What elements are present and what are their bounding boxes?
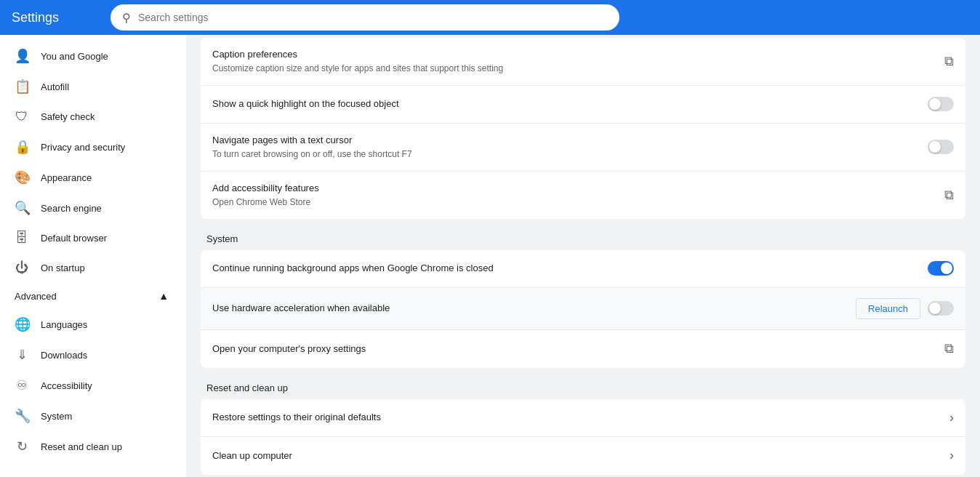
quick-highlight-right <box>928 97 954 111</box>
text-cursor-thumb <box>929 141 941 153</box>
search-input[interactable] <box>138 12 608 23</box>
system-icon: 🔧 <box>15 408 29 424</box>
text-cursor-title: Navigate pages with a text cursor <box>212 134 916 147</box>
accessibility-card: Caption preferences Customize caption si… <box>201 38 965 219</box>
accessibility-icon: ♾ <box>15 377 29 393</box>
add-accessibility-right: ⧉ <box>944 188 954 203</box>
sidebar-label-downloads: Downloads <box>41 350 87 361</box>
sidebar-label-on-startup: On startup <box>41 262 85 273</box>
quick-highlight-toggle[interactable] <box>928 97 954 111</box>
caption-preferences-title: Caption preferences <box>212 48 933 61</box>
sidebar-label-languages: Languages <box>41 319 87 330</box>
background-apps-thumb <box>941 262 952 274</box>
sidebar-item-privacy-security[interactable]: 🔒 Privacy and security <box>0 132 180 162</box>
sidebar-item-downloads[interactable]: ⇓ Downloads <box>0 340 180 370</box>
palette-icon: 🎨 <box>15 169 29 185</box>
proxy-settings-left: Open your computer's proxy settings <box>212 342 933 356</box>
caption-preferences-item[interactable]: Caption preferences Customize caption si… <box>201 38 965 86</box>
hardware-acceleration-toggle[interactable] <box>928 301 954 316</box>
proxy-settings-right: ⧉ <box>944 341 954 356</box>
main-content: Caption preferences Customize caption si… <box>186 35 980 477</box>
sidebar-label-autofill: Autofill <box>41 81 69 92</box>
text-cursor-item: Navigate pages with a text cursor To tur… <box>201 124 965 172</box>
download-icon: ⇓ <box>15 347 29 363</box>
external-link-icon-3: ⧉ <box>944 341 954 356</box>
person-icon: 👤 <box>15 48 29 64</box>
reset-icon: ↻ <box>15 438 29 454</box>
restore-defaults-title: Restore settings to their original defau… <box>212 411 938 424</box>
layout: 👤 You and Google 📋 Autofill 🛡 Safety che… <box>0 35 980 477</box>
hardware-acceleration-left: Use hardware acceleration when available <box>212 302 844 315</box>
sidebar-item-appearance[interactable]: 🎨 Appearance <box>0 162 180 193</box>
sidebar-label-safety-check: Safety check <box>41 111 95 122</box>
background-apps-toggle[interactable] <box>928 261 954 276</box>
arrow-right-icon: › <box>949 410 954 425</box>
app-title: Settings <box>12 10 99 25</box>
caption-preferences-left: Caption preferences Customize caption si… <box>212 48 933 75</box>
hardware-acceleration-thumb <box>929 302 941 314</box>
clean-up-computer-title: Clean up computer <box>212 449 938 462</box>
sidebar-item-search-engine[interactable]: 🔍 Search engine <box>0 193 180 223</box>
sidebar-item-safety-check[interactable]: 🛡 Safety check <box>0 102 180 132</box>
add-accessibility-title: Add accessibility features <box>212 182 933 195</box>
quick-highlight-item: Show a quick highlight on the focused ob… <box>201 86 965 124</box>
globe-icon: 🌐 <box>15 316 29 332</box>
sidebar-item-you-and-google[interactable]: 👤 You and Google <box>0 41 180 71</box>
sidebar-item-default-browser[interactable]: 🗄 Default browser <box>0 223 180 253</box>
background-apps-title: Continue running background apps when Go… <box>212 262 916 275</box>
sidebar: 👤 You and Google 📋 Autofill 🛡 Safety che… <box>0 35 186 477</box>
sidebar-label-system: System <box>41 411 72 422</box>
sidebar-advanced-toggle[interactable]: Advanced ▲ <box>0 283 180 309</box>
system-section-title: System <box>206 233 965 244</box>
advanced-label: Advanced <box>15 291 57 302</box>
sidebar-item-languages[interactable]: 🌐 Languages <box>0 309 180 340</box>
proxy-settings-item[interactable]: Open your computer's proxy settings ⧉ <box>201 330 965 368</box>
reset-card: Restore settings to their original defau… <box>201 399 965 475</box>
sidebar-item-autofill[interactable]: 📋 Autofill <box>0 71 180 102</box>
quick-highlight-left: Show a quick highlight on the focused ob… <box>212 97 916 111</box>
arrow-right-icon-2: › <box>949 448 954 463</box>
sidebar-item-system[interactable]: 🔧 System <box>0 401 180 431</box>
proxy-settings-title: Open your computer's proxy settings <box>212 342 933 356</box>
add-accessibility-item[interactable]: Add accessibility features Open Chrome W… <box>201 172 965 219</box>
hardware-acceleration-title: Use hardware acceleration when available <box>212 302 844 315</box>
browser-icon: 🗄 <box>15 231 29 246</box>
relaunch-button[interactable]: Relaunch <box>856 298 920 319</box>
hardware-acceleration-item: Use hardware acceleration when available… <box>201 288 965 330</box>
sidebar-item-reset-clean[interactable]: ↻ Reset and clean up <box>0 431 180 462</box>
sidebar-label-you-and-google: You and Google <box>41 51 108 62</box>
search-icon: 🔍 <box>15 200 29 216</box>
external-link-icon: ⧉ <box>944 54 954 69</box>
search-box: ⚲ <box>111 4 619 31</box>
shield-icon: 🛡 <box>15 109 29 124</box>
caption-preferences-sub: Customize caption size and style for app… <box>212 63 933 75</box>
sidebar-label-privacy-security: Privacy and security <box>41 142 125 153</box>
text-cursor-left: Navigate pages with a text cursor To tur… <box>212 134 916 161</box>
sidebar-label-reset-clean: Reset and clean up <box>41 441 122 452</box>
sidebar-item-on-startup[interactable]: ⏻ On startup <box>0 253 180 283</box>
system-card: Continue running background apps when Go… <box>201 250 965 368</box>
hardware-acceleration-right: Relaunch <box>856 298 954 319</box>
background-apps-item: Continue running background apps when Go… <box>201 250 965 288</box>
search-icon: ⚲ <box>122 11 131 25</box>
clean-up-computer-right: › <box>949 448 954 463</box>
power-icon: ⏻ <box>15 260 29 276</box>
sidebar-label-appearance: Appearance <box>41 172 92 183</box>
privacy-icon: 🔒 <box>15 139 29 155</box>
clean-up-computer-left: Clean up computer <box>212 449 938 462</box>
add-accessibility-sub: Open Chrome Web Store <box>212 196 933 209</box>
chevron-up-icon: ▲ <box>158 290 169 302</box>
add-accessibility-left: Add accessibility features Open Chrome W… <box>212 182 933 209</box>
sidebar-label-default-browser: Default browser <box>41 233 107 244</box>
background-apps-left: Continue running background apps when Go… <box>212 262 916 275</box>
autofill-icon: 📋 <box>15 79 29 95</box>
background-apps-right <box>928 261 954 276</box>
restore-defaults-item[interactable]: Restore settings to their original defau… <box>201 399 965 437</box>
external-link-icon-2: ⧉ <box>944 188 954 203</box>
reset-section-title: Reset and clean up <box>206 382 965 393</box>
restore-defaults-right: › <box>949 410 954 425</box>
sidebar-item-accessibility[interactable]: ♾ Accessibility <box>0 370 180 401</box>
quick-highlight-thumb <box>929 98 941 110</box>
clean-up-computer-item[interactable]: Clean up computer › <box>201 437 965 475</box>
text-cursor-toggle[interactable] <box>928 140 954 154</box>
